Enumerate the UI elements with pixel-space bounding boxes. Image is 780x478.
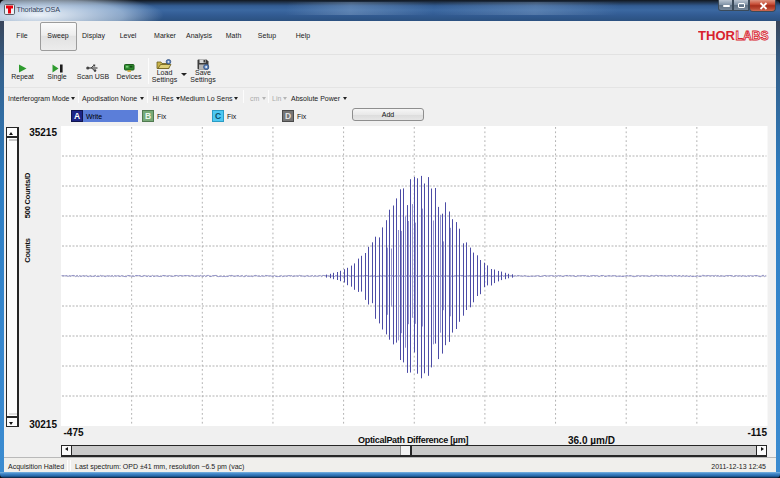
svg-text:THOR: THOR	[698, 29, 735, 41]
svg-text:LABS: LABS	[736, 29, 769, 41]
